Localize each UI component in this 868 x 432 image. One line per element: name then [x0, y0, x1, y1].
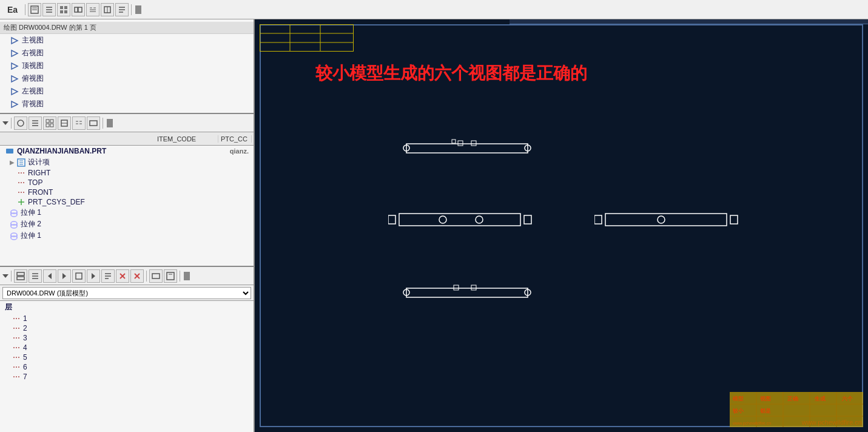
- svg-marker-74: [92, 273, 95, 279]
- dropdown-arrow[interactable]: [2, 121, 8, 125]
- tb2-btn2[interactable]: [29, 116, 42, 130]
- layer-tb-btn7[interactable]: [101, 269, 115, 283]
- svg-rect-42: [90, 121, 97, 126]
- layer-item-1[interactable]: 1: [0, 314, 254, 323]
- model-item-design[interactable]: ▶ 设计项: [0, 157, 254, 168]
- layer-item-7[interactable]: 7: [0, 372, 254, 382]
- layer-tb-btn12[interactable]: [183, 269, 191, 283]
- svg-rect-73: [76, 273, 82, 279]
- tree-item-back-view[interactable]: 背视图: [0, 98, 254, 110]
- model-item-design-label: 设计项: [28, 157, 50, 167]
- svg-rect-117: [471, 285, 476, 290]
- layer-dropdown-arrow[interactable]: [2, 274, 8, 278]
- svg-marker-26: [12, 89, 18, 95]
- sep4: [103, 118, 103, 129]
- model-root-label: QIANZHIANJIANBAN.PRT: [17, 147, 106, 155]
- layer-tb-btn11[interactable]: [164, 269, 177, 283]
- toolbar-btn-8[interactable]: [134, 3, 143, 16]
- layer-section-header: 层: [0, 301, 254, 314]
- layer-tb-btn10[interactable]: [149, 269, 163, 283]
- layer-item-4[interactable]: 4: [0, 343, 254, 353]
- svg-marker-24: [12, 63, 18, 69]
- model-item-csys-label: PRT_CSYS_DEF: [28, 198, 85, 206]
- model-item-top[interactable]: TOP: [0, 178, 254, 187]
- tb2-btn1[interactable]: [14, 116, 27, 130]
- model-section: QIANZHIANJIANBAN.PRT qianz. ▶ 设计项 RIGHT …: [0, 146, 254, 267]
- sep3: [11, 118, 12, 129]
- tree-item-main-view[interactable]: 主视图: [0, 34, 254, 47]
- main-view-label: 主视图: [22, 35, 44, 46]
- svg-point-108: [476, 216, 483, 223]
- model-item-extrude2[interactable]: 拉伸 2: [0, 218, 254, 230]
- svg-point-28: [18, 120, 24, 126]
- layer-item-2[interactable]: 2: [0, 323, 254, 333]
- model-item-extrude3[interactable]: 拉伸 1: [0, 230, 254, 241]
- tb2-btn3[interactable]: [43, 116, 56, 130]
- svg-rect-44: [6, 149, 13, 154]
- tb2-btn5[interactable]: [72, 116, 86, 130]
- drawing-canvas[interactable]: 较小模型生成的六个视图都是正确的: [255, 19, 868, 432]
- layer-tb-btn5[interactable]: [72, 269, 86, 283]
- layer-item-3[interactable]: 3: [0, 333, 254, 343]
- svg-rect-110: [605, 214, 727, 226]
- tb2-btn6[interactable]: [87, 116, 100, 130]
- toolbar-btn-6[interactable]: [101, 3, 114, 16]
- svg-marker-27: [12, 101, 18, 107]
- model-item-right-label: RIGHT: [28, 169, 50, 177]
- svg-rect-98: [406, 144, 528, 153]
- svg-rect-21: [135, 5, 141, 14]
- left-panel: 绘图 DRW0004.DRW 的第 1 页 主视图 右视图 顶视图: [0, 19, 255, 432]
- model-item-front[interactable]: FRONT: [0, 187, 254, 197]
- layer-tb-btn3[interactable]: [43, 269, 56, 283]
- model-item-extrude3-label: 拉伸 1: [21, 231, 41, 241]
- left-view-icon: [10, 87, 19, 96]
- col-item-header: ITEM_CODE: [155, 135, 218, 143]
- svg-rect-83: [167, 272, 174, 280]
- svg-rect-35: [50, 124, 53, 127]
- layer-item-5[interactable]: 5: [0, 353, 254, 362]
- separator: [25, 4, 25, 15]
- layer-tb-btn4[interactable]: [58, 269, 71, 283]
- top-view-label: 顶视图: [22, 61, 44, 71]
- svg-rect-10: [75, 7, 78, 12]
- svg-rect-67: [17, 277, 24, 280]
- sep6: [146, 271, 147, 282]
- toolbar-btn-5[interactable]: [86, 3, 99, 16]
- layer-dropdown-select[interactable]: DRW0004.DRW (顶层模型): [2, 287, 251, 299]
- perspective-view-icon: [10, 74, 19, 84]
- layer-tb-btn6[interactable]: [87, 269, 100, 283]
- tree-item-perspective-view[interactable]: 俯视图: [0, 72, 254, 85]
- svg-rect-8: [60, 10, 63, 13]
- views-section-header: 绘图 DRW0004.DRW 的第 1 页: [0, 22, 254, 34]
- toolbar-btn-4[interactable]: [72, 3, 85, 16]
- layer-6-label: 6: [23, 363, 27, 371]
- view-top-drawing: [400, 135, 534, 162]
- toolbar-btn-1[interactable]: [28, 3, 41, 16]
- svg-marker-71: [48, 273, 52, 279]
- toolbar-btn-7[interactable]: [115, 3, 129, 16]
- toolbar-btn-3[interactable]: [57, 3, 70, 16]
- tree-item-left-view[interactable]: 左视图: [0, 85, 254, 98]
- tree-item-top-view[interactable]: 顶视图: [0, 59, 254, 72]
- tb2-btn4[interactable]: [58, 116, 71, 130]
- model-item-right[interactable]: RIGHT: [0, 168, 254, 178]
- layer-tb-btn2[interactable]: [29, 269, 42, 283]
- view-front-right: [594, 204, 740, 235]
- layer-tb-btn8[interactable]: [116, 269, 129, 283]
- right-view-label: 右视图: [22, 48, 44, 58]
- expand-icon[interactable]: ▶: [10, 159, 15, 166]
- app-label: Ea: [2, 5, 22, 15]
- tree-item-right-view[interactable]: 右视图: [0, 47, 254, 59]
- svg-rect-113: [406, 288, 528, 297]
- layer-tb-btn1[interactable]: [14, 269, 27, 283]
- tb2-btn7[interactable]: [106, 116, 114, 130]
- model-item-extrude1[interactable]: 拉伸 1: [0, 207, 254, 218]
- layer-item-6[interactable]: 6: [0, 362, 254, 372]
- svg-rect-9: [64, 10, 67, 13]
- title-block-top: [260, 24, 354, 52]
- model-root[interactable]: QIANZHIANJIANBAN.PRT qianz.: [0, 146, 254, 157]
- toolbar-btn-2[interactable]: [42, 3, 56, 16]
- layer-tb-btn9[interactable]: [130, 269, 144, 283]
- model-item-csys[interactable]: PRT_CSYS_DEF: [0, 197, 254, 207]
- svg-rect-7: [64, 6, 67, 9]
